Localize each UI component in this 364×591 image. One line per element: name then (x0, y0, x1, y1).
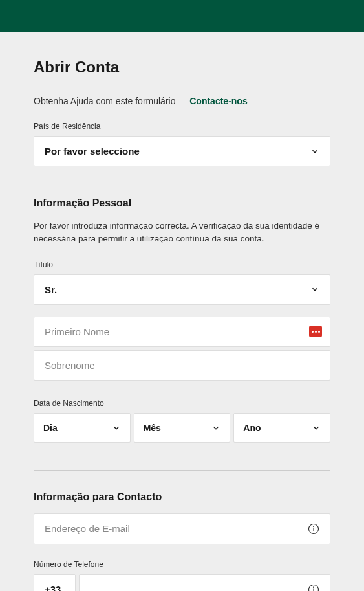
personal-section-description: Por favor introduza informação correcta.… (34, 219, 330, 246)
phone-label: Número de Telefone (34, 560, 330, 569)
info-icon[interactable] (308, 523, 319, 535)
dob-day-value: Dia (43, 423, 58, 433)
info-icon[interactable] (308, 584, 319, 592)
chevron-down-icon (310, 285, 319, 294)
section-divider (34, 470, 330, 471)
residence-select[interactable]: Por favor seleccione (34, 136, 330, 166)
form-content: Abrir Conta Obtenha Ajuda com este formu… (0, 32, 364, 591)
dob-row: Dia Mês Ano (34, 413, 330, 443)
chevron-down-icon (211, 423, 220, 432)
phone-row: +33 (34, 574, 330, 592)
svg-point-2 (314, 526, 314, 526)
residence-select-value: Por favor seleccione (45, 146, 140, 157)
dob-year-value: Ano (243, 423, 261, 433)
page-title: Abrir Conta (34, 58, 330, 76)
password-manager-icon[interactable] (309, 326, 322, 337)
title-select[interactable]: Sr. (34, 274, 330, 305)
phone-input-wrapper (79, 574, 330, 592)
title-label: Título (34, 260, 330, 269)
chevron-down-icon (112, 423, 121, 432)
dob-year-select[interactable]: Ano (233, 413, 330, 443)
first-name-input[interactable] (45, 326, 319, 337)
personal-section-title: Informação Pessoal (34, 197, 330, 209)
phone-prefix-select[interactable]: +33 (34, 574, 76, 592)
last-name-input[interactable] (45, 360, 319, 371)
help-prefix: Obtenha Ajuda com este formulário — (34, 96, 189, 106)
chevron-down-icon (312, 423, 321, 432)
last-name-field-wrapper (34, 350, 330, 381)
residence-label: País de Residência (34, 122, 330, 131)
contact-us-link[interactable]: Contacte-nos (189, 96, 247, 106)
dob-label: Data de Nascimento (34, 399, 330, 408)
help-text: Obtenha Ajuda com este formulário — Cont… (34, 96, 330, 106)
phone-input[interactable] (90, 584, 308, 591)
svg-point-5 (314, 586, 314, 587)
dob-day-select[interactable]: Dia (34, 413, 131, 443)
chevron-down-icon (310, 147, 319, 156)
phone-prefix-value: +33 (45, 584, 61, 591)
header-bar (0, 0, 364, 32)
title-select-value: Sr. (45, 284, 57, 295)
dob-month-value: Mês (144, 423, 161, 433)
email-field-wrapper (34, 513, 330, 544)
email-input[interactable] (45, 523, 308, 534)
dob-month-select[interactable]: Mês (134, 413, 231, 443)
first-name-field-wrapper (34, 317, 330, 347)
contact-section-title: Informação para Contacto (34, 491, 330, 503)
